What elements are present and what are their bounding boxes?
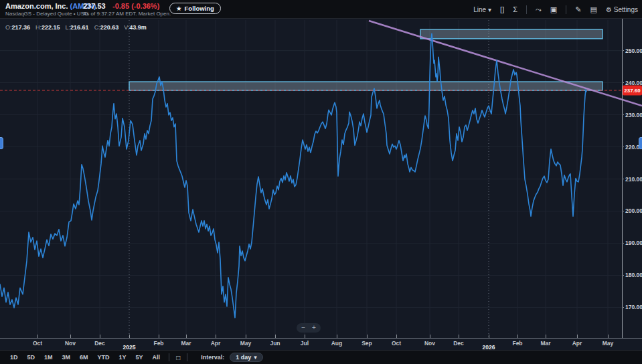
drawing-handle-badge[interactable] bbox=[0, 137, 3, 149]
interval-value: 1 day bbox=[236, 354, 251, 361]
x-axis-tick bbox=[546, 335, 546, 338]
ohlc-item: H:222.15 bbox=[35, 24, 60, 31]
zoom-in-button[interactable]: + bbox=[312, 325, 316, 331]
x-axis-tick bbox=[70, 335, 71, 338]
x-axis-label: Oct bbox=[392, 340, 401, 347]
x-axis-label: Mar bbox=[181, 340, 191, 347]
x-axis-label: May bbox=[603, 340, 614, 347]
y-axis-label: 170.00 bbox=[623, 304, 642, 310]
last-price-badge: 237.60 bbox=[623, 86, 642, 96]
toolbar-divider bbox=[566, 5, 566, 14]
x-axis-tick bbox=[367, 335, 368, 338]
exchange-subtitle: NasdaqGS - Delayed Quote • USD bbox=[5, 11, 88, 17]
x-axis-label: Feb bbox=[512, 340, 522, 347]
x-axis[interactable]: OctNovDec2025FebMarAprMayJunJulAugSepOct… bbox=[0, 338, 642, 350]
x-axis-tick bbox=[577, 335, 578, 338]
settings-label: Settings bbox=[614, 6, 638, 13]
x-axis-tick bbox=[159, 335, 159, 338]
indicators-icon[interactable]: Σ bbox=[513, 5, 517, 13]
x-axis-label: Apr bbox=[211, 340, 221, 347]
x-axis-tick bbox=[517, 335, 518, 338]
toolbar-divider bbox=[169, 353, 169, 361]
range-button-all[interactable]: All bbox=[148, 353, 165, 362]
settings-button[interactable]: ⚙ Settings bbox=[606, 6, 638, 13]
star-icon: ★ bbox=[176, 5, 182, 12]
x-axis-label: Jun bbox=[270, 340, 280, 347]
y-axis-label: 250.00 bbox=[623, 48, 642, 54]
x-axis-tick bbox=[275, 335, 276, 338]
following-button[interactable]: ★ Following bbox=[169, 3, 221, 14]
range-button-5d[interactable]: 5D bbox=[23, 353, 40, 362]
x-axis-label: Dec bbox=[453, 340, 464, 347]
chart-canvas[interactable]: O:217.36H:222.15L:216.61C:220.63V:43.9m … bbox=[0, 19, 642, 350]
x-axis-label: Nov bbox=[424, 340, 435, 347]
range-button-5y[interactable]: 5Y bbox=[131, 353, 148, 362]
fullscreen-icon[interactable]: □ bbox=[173, 354, 183, 361]
x-axis-label: Feb bbox=[153, 340, 163, 347]
x-axis-label: Mar bbox=[540, 340, 550, 347]
range-button-3m[interactable]: 3M bbox=[58, 353, 76, 362]
x-axis-label: Aug bbox=[331, 340, 343, 347]
chevron-down-icon: ▾ bbox=[254, 354, 257, 361]
range-toolbar: 1D5D1M3M6MYTD1Y5YAll □ Interval: 1 day ▾ bbox=[0, 350, 642, 364]
y-axis-label: 180.00 bbox=[623, 272, 642, 278]
price-change: -0.85 (-0.36%) bbox=[112, 2, 159, 10]
x-axis-tick bbox=[246, 335, 246, 338]
notes-icon[interactable]: ▤ bbox=[590, 5, 596, 14]
zoom-out-button[interactable]: − bbox=[301, 325, 305, 331]
as-of-status: As of 9:37:27 AM EDT. Market Open. bbox=[83, 11, 171, 17]
header: Amazon.com, Inc. (AMZN) NasdaqGS - Delay… bbox=[0, 0, 642, 19]
y-axis-label: 190.00 bbox=[623, 240, 642, 246]
x-axis-label: Nov bbox=[65, 340, 76, 347]
x-axis-tick bbox=[608, 335, 609, 338]
x-axis-label: Jul bbox=[301, 340, 309, 347]
ohlc-item: V:43.9m bbox=[124, 24, 147, 31]
toolbar-divider bbox=[187, 353, 187, 361]
gear-icon: ⚙ bbox=[606, 6, 612, 13]
range-button-1m[interactable]: 1M bbox=[39, 353, 58, 362]
chevron-down-icon: ▾ bbox=[488, 6, 491, 13]
x-axis-label: Sep bbox=[362, 340, 372, 347]
y-axis-label: 230.00 bbox=[623, 112, 642, 118]
x-axis-tick bbox=[459, 335, 459, 338]
candlestick-icon[interactable]: [] bbox=[500, 5, 504, 13]
ohlc-readout: O:217.36H:222.15L:216.61C:220.63V:43.9m bbox=[5, 24, 147, 31]
compare-icon[interactable]: ⤳ bbox=[536, 5, 542, 14]
ohlc-item: L:216.61 bbox=[66, 24, 89, 31]
x-axis-tick bbox=[37, 335, 38, 338]
chart-toolbar: Line ▾ [] Σ ⤳ ▣ ✎ ▤ ⚙ Settings bbox=[473, 0, 638, 19]
following-label: Following bbox=[185, 5, 214, 12]
chart-type-label: Line bbox=[473, 6, 486, 13]
calendar-icon[interactable]: ▣ bbox=[550, 5, 557, 14]
x-axis-label: May bbox=[240, 340, 252, 347]
interval-label: Interval: bbox=[201, 354, 224, 361]
draw-icon[interactable]: ✎ bbox=[575, 5, 581, 14]
x-axis-tick bbox=[100, 335, 100, 338]
range-button-1y[interactable]: 1Y bbox=[114, 353, 131, 362]
x-axis-label: Dec bbox=[94, 340, 105, 347]
ohlc-item: O:217.36 bbox=[5, 24, 30, 31]
resistance-zone[interactable] bbox=[129, 82, 603, 90]
ohlc-item: C:220.63 bbox=[94, 24, 119, 31]
x-axis-tick bbox=[186, 335, 187, 338]
x-axis-tick bbox=[396, 335, 397, 338]
toolbar-divider bbox=[526, 5, 527, 14]
price-plot bbox=[0, 19, 642, 350]
range-button-6m[interactable]: 6M bbox=[75, 353, 93, 362]
x-axis-tick bbox=[337, 335, 337, 338]
interval-dropdown[interactable]: 1 day ▾ bbox=[230, 353, 263, 362]
x-axis-tick bbox=[216, 335, 216, 338]
zoom-controls: − + bbox=[297, 323, 321, 333]
x-axis-tick bbox=[305, 335, 305, 338]
x-axis-tick bbox=[489, 335, 489, 338]
y-axis[interactable]: 250.00240.00230.00220.00210.00200.00190.… bbox=[622, 19, 642, 338]
y-axis-label: 200.00 bbox=[623, 207, 642, 214]
x-axis-tick bbox=[430, 335, 430, 338]
range-button-1d[interactable]: 1D bbox=[5, 353, 23, 362]
chart-type-dropdown[interactable]: Line ▾ bbox=[473, 6, 491, 13]
resistance-zone[interactable] bbox=[420, 29, 603, 39]
drawing-handle-badge[interactable] bbox=[639, 137, 642, 149]
company-name: Amazon.com, Inc. bbox=[5, 2, 68, 10]
range-button-ytd[interactable]: YTD bbox=[93, 353, 114, 362]
range-buttons: 1D5D1M3M6MYTD1Y5YAll bbox=[5, 353, 165, 362]
